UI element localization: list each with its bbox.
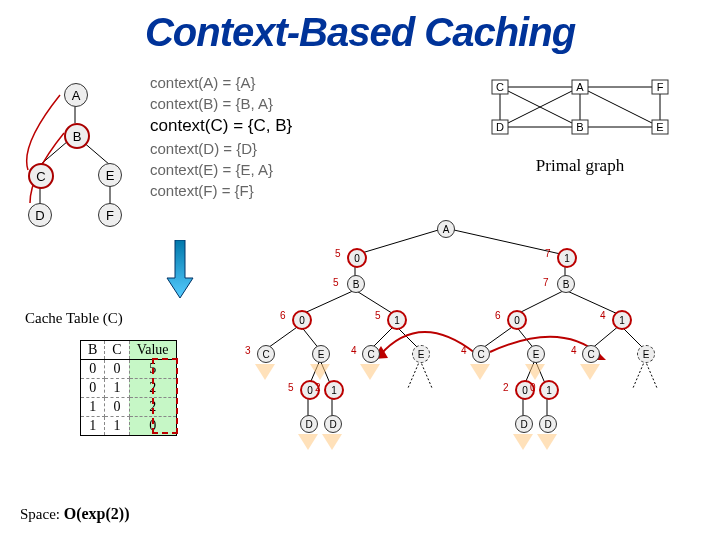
tree-node-a: A (64, 83, 88, 107)
arrow-down-icon (165, 240, 195, 300)
val-4d: 4 (461, 345, 467, 356)
val-2b: 2 (503, 382, 509, 393)
val-2: 2 (315, 382, 321, 393)
context-c: context(C) = {C, B} (150, 114, 292, 138)
cache-table: B C Value 0 0 5 0 1 2 1 0 2 1 1 0 (80, 340, 177, 436)
subtree-triangle (513, 434, 533, 450)
gn-1: 1 (324, 380, 344, 400)
subtree-triangle (298, 434, 318, 450)
gn-d: D (300, 415, 318, 433)
val-5c: 5 (375, 310, 381, 321)
val-7b: 7 (543, 277, 549, 288)
gn-d: D (539, 415, 557, 433)
context-a: context(A) = {A} (150, 72, 292, 93)
table-row: 0 0 5 (81, 360, 177, 379)
context-e: context(E) = {E, A} (150, 159, 292, 180)
context-d: context(D) = {D} (150, 138, 292, 159)
input-tree: A B C E D F (20, 75, 160, 235)
context-list: context(A) = {A} context(B) = {B, A} con… (150, 72, 292, 201)
tree-node-b: B (64, 123, 90, 149)
context-b: context(B) = {B, A} (150, 93, 292, 114)
context-f: context(F) = {F} (150, 180, 292, 201)
subtree-triangle (525, 364, 545, 380)
val-6b: 6 (495, 310, 501, 321)
val-5: 5 (335, 248, 341, 259)
subtree-triangle (537, 434, 557, 450)
gn-c: C (362, 345, 380, 363)
val-6: 6 (280, 310, 286, 321)
table-row: 0 1 2 (81, 379, 177, 398)
subtree-triangle (255, 364, 275, 380)
val-5d: 5 (288, 382, 294, 393)
subtree-triangle (580, 364, 600, 380)
val-5b: 5 (333, 277, 339, 288)
val-4e: 4 (571, 345, 577, 356)
gn-e: E (527, 345, 545, 363)
svg-line-44 (645, 360, 657, 388)
primal-c: C (496, 81, 504, 93)
gn-e-dash: E (637, 345, 655, 363)
primal-b: B (576, 121, 583, 133)
gn-1: 1 (557, 248, 577, 268)
gn-d: D (515, 415, 533, 433)
primal-graph: C A F D B E Primal graph (470, 72, 690, 176)
table-row: 1 0 2 (81, 398, 177, 417)
svg-line-39 (408, 360, 420, 388)
andor-tree: A 0 5 1 7 B 5 B 7 0 6 1 5 0 6 1 4 C 3 E … (220, 220, 720, 470)
table-row: 1 1 0 (81, 417, 177, 436)
gn-d: D (324, 415, 342, 433)
svg-line-21 (355, 228, 445, 255)
svg-line-43 (633, 360, 645, 388)
gn-e-dash: E (412, 345, 430, 363)
cache-col-b: B (81, 341, 105, 360)
svg-line-14 (580, 87, 660, 127)
slide-title: Context-Based Caching (0, 10, 720, 55)
subtree-triangle (310, 364, 330, 380)
gn-c: C (257, 345, 275, 363)
gn-c: C (582, 345, 600, 363)
primal-a: A (576, 81, 584, 93)
subtree-triangle (470, 364, 490, 380)
primal-label: Primal graph (470, 156, 690, 176)
subtree-triangle (322, 434, 342, 450)
gn-0: 0 (347, 248, 367, 268)
gn-b: B (557, 275, 575, 293)
val-4c: 4 (351, 345, 357, 356)
svg-line-40 (420, 360, 432, 388)
gn-a: A (437, 220, 455, 238)
space-complexity: Space: O(exp(2)) (20, 505, 130, 523)
gn-b: B (347, 275, 365, 293)
subtree-triangle (360, 364, 380, 380)
tree-node-e: E (98, 163, 122, 187)
svg-line-28 (565, 290, 620, 315)
gn-1: 1 (539, 380, 559, 400)
primal-e: E (656, 121, 663, 133)
primal-d: D (496, 121, 504, 133)
val-3: 3 (245, 345, 251, 356)
cache-table-title: Cache Table (C) (25, 310, 123, 327)
gn-1: 1 (612, 310, 632, 330)
tree-node-f: F (98, 203, 122, 227)
val-0: 0 (530, 382, 536, 393)
gn-e: E (312, 345, 330, 363)
val-7: 7 (545, 248, 551, 259)
cache-col-value: Value (129, 341, 176, 360)
gn-1: 1 (387, 310, 407, 330)
tree-node-d: D (28, 203, 52, 227)
val-4b: 4 (600, 310, 606, 321)
cache-col-c: C (105, 341, 129, 360)
primal-f: F (657, 81, 664, 93)
tree-node-c: C (28, 163, 54, 189)
gn-0: 0 (507, 310, 527, 330)
gn-c: C (472, 345, 490, 363)
gn-0: 0 (292, 310, 312, 330)
